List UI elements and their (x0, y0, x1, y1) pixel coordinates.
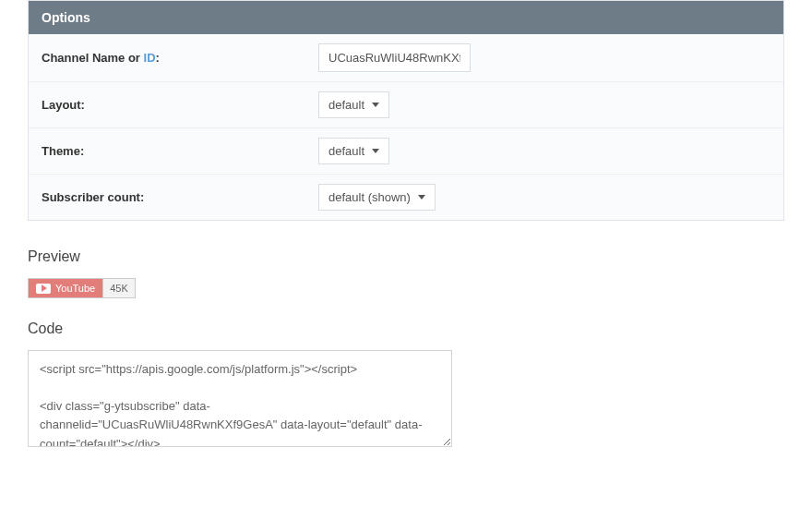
channel-label: Channel Name or ID: (42, 51, 318, 65)
theme-dropdown[interactable]: default (318, 138, 389, 164)
id-link[interactable]: ID (144, 51, 156, 65)
svg-marker-3 (42, 284, 47, 292)
layout-label: Layout: (42, 98, 318, 112)
subscriber-label: Subscriber count: (42, 190, 318, 204)
row-subscriber: Subscriber count: default (shown) (29, 175, 783, 220)
theme-value: default (328, 144, 364, 158)
youtube-button[interactable]: YouTube (29, 279, 102, 297)
svg-marker-2 (418, 195, 425, 200)
svg-marker-1 (372, 149, 379, 153)
subscriber-count-badge: 45K (102, 279, 135, 297)
preview-heading: Preview (28, 248, 784, 265)
channel-label-suffix: : (156, 51, 160, 65)
options-panel: Options Channel Name or ID: Layout: defa… (28, 0, 784, 221)
subscriber-dropdown[interactable]: default (shown) (318, 184, 436, 211)
row-channel: Channel Name or ID: (29, 34, 783, 82)
caret-down-icon (372, 103, 379, 107)
channel-input[interactable] (318, 43, 471, 72)
youtube-text: YouTube (55, 283, 95, 294)
layout-value: default (328, 98, 364, 112)
caret-down-icon (418, 195, 425, 200)
channel-label-prefix: Channel Name or (42, 51, 144, 65)
row-layout: Layout: default (29, 82, 783, 128)
code-heading: Code (28, 321, 784, 337)
code-textarea[interactable] (28, 350, 452, 447)
theme-label: Theme: (42, 144, 318, 158)
layout-dropdown[interactable]: default (318, 91, 389, 118)
svg-marker-0 (372, 103, 379, 107)
youtube-subscribe-widget[interactable]: YouTube 45K (28, 278, 136, 298)
row-theme: Theme: default (29, 128, 783, 175)
caret-down-icon (372, 149, 379, 153)
options-header: Options (29, 1, 783, 34)
subscriber-value: default (shown) (328, 190, 411, 204)
play-icon (36, 284, 51, 294)
